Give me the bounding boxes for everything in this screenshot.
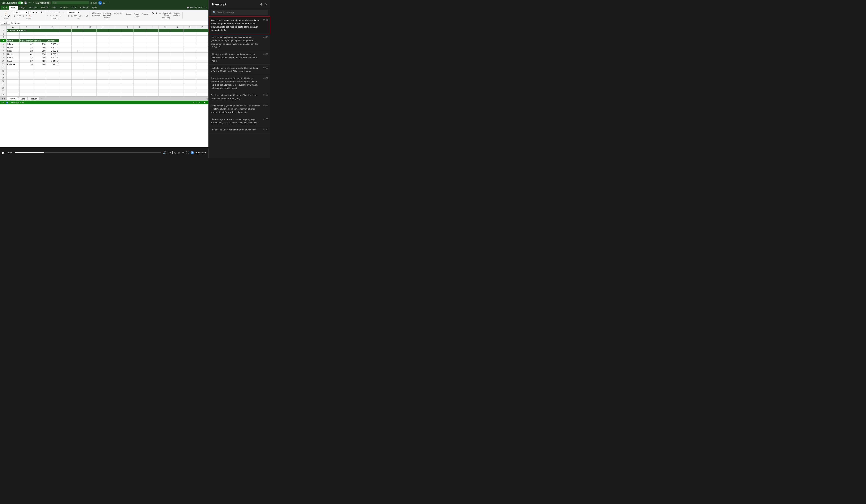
cell-1n[interactable]: [171, 29, 184, 32]
zoom-slider[interactable]: —●—: [202, 102, 207, 104]
cell-10b[interactable]: 32: [19, 59, 33, 63]
cell-6i[interactable]: [109, 46, 121, 49]
cell-8n[interactable]: [171, 53, 184, 56]
title-cell[interactable]: Lönelista Januari: [7, 29, 59, 32]
cell-7j[interactable]: [121, 49, 134, 53]
cell-3h[interactable]: [96, 36, 109, 39]
cell-9e[interactable]: [59, 56, 71, 59]
tab-sidlayout[interactable]: Sidlayout: [27, 5, 39, 10]
cell-9o[interactable]: [184, 56, 196, 59]
cell-11p[interactable]: [196, 63, 208, 66]
cell-10a[interactable]: Samir: [7, 59, 19, 63]
cell-10p[interactable]: [196, 59, 208, 63]
captions-btn[interactable]: CC: [168, 151, 173, 154]
cell-11m[interactable]: [158, 63, 171, 66]
cell-1h[interactable]: [96, 29, 109, 32]
format-cell-btn[interactable]: Format▾: [141, 13, 149, 15]
delete-btn[interactable]: Ta bort▾: [133, 13, 141, 15]
transcript-search-input[interactable]: [217, 11, 266, 14]
cell-1k[interactable]: [134, 29, 146, 32]
transcript-item[interactable]: Låt oss säga att vi inte vill ha stödlin…: [209, 116, 270, 126]
number-format-selector[interactable]: Allmänt: [67, 11, 80, 14]
cell-1o[interactable]: [184, 29, 196, 32]
cell-8c[interactable]: 190: [33, 53, 46, 56]
cell-5o[interactable]: [184, 42, 196, 46]
cell-10g[interactable]: [84, 59, 96, 63]
header-naam[interactable]: Namn: [7, 39, 19, 42]
cell-8b[interactable]: 41: [19, 53, 33, 56]
cell-5f[interactable]: [71, 42, 84, 46]
cell-10m[interactable]: [158, 59, 171, 63]
cell-6a[interactable]: Louise: [7, 46, 19, 49]
cell-9n[interactable]: [171, 56, 184, 59]
cell-2o[interactable]: [184, 32, 196, 36]
cell-6n[interactable]: [171, 46, 184, 49]
cell-reference[interactable]: [1, 22, 10, 25]
play-button[interactable]: ▶: [2, 150, 5, 155]
cell-11k[interactable]: [134, 63, 146, 66]
merge-btn[interactable]: ⊡: [59, 14, 62, 17]
thousands-btn[interactable]: 000: [74, 14, 78, 17]
cell-2g[interactable]: [84, 32, 96, 36]
cell-10n[interactable]: [171, 59, 184, 63]
cell-7p[interactable]: [196, 49, 208, 53]
di-btn[interactable]: Di: [203, 5, 208, 10]
cell-5i[interactable]: [109, 42, 121, 46]
share-icon[interactable]: ⊡: [103, 1, 105, 4]
underline-btn[interactable]: U: [19, 14, 21, 17]
cell-8g[interactable]: [84, 53, 96, 56]
cell-7k[interactable]: [134, 49, 146, 53]
cell-3c[interactable]: [33, 36, 46, 39]
cell-11d[interactable]: 8 640 kr: [46, 63, 59, 66]
cell-3f[interactable]: [71, 36, 84, 39]
cell-2e[interactable]: [59, 32, 71, 36]
cell-3j[interactable]: [121, 36, 134, 39]
cell-4i[interactable]: [109, 39, 121, 42]
cell-10e[interactable]: [59, 59, 71, 63]
align-right-btn[interactable]: ≡: [52, 14, 55, 17]
cell-2n[interactable]: [171, 32, 184, 36]
cell-1f[interactable]: [71, 29, 84, 32]
share-btn[interactable]: ⎋: [175, 151, 176, 154]
cell-11n[interactable]: [171, 63, 184, 66]
cell-9a[interactable]: Petter: [7, 56, 19, 59]
align-center-btn[interactable]: ≡: [49, 14, 52, 17]
cell-9c[interactable]: 200: [33, 56, 46, 59]
excel-search-input[interactable]: [52, 1, 89, 4]
transcript-item[interactable]: Excel kommer då med förslag på hjälp ino…: [209, 75, 270, 92]
font-size-selector[interactable]: 11: [29, 11, 35, 14]
border-btn[interactable]: ⊞: [22, 14, 25, 17]
cell-9d[interactable]: 7 600 kr: [46, 56, 59, 59]
transcript-item[interactable]: I sökfältet kan vi skriva in nyckelord f…: [209, 65, 270, 75]
header-timlon[interactable]: Timlön: [33, 39, 46, 42]
cell-11i[interactable]: [109, 63, 121, 66]
cell-1l[interactable]: [146, 29, 158, 32]
page-break-icon[interactable]: ⊟: [199, 102, 201, 103]
align-left-btn[interactable]: ≡: [46, 14, 49, 17]
cell-10f[interactable]: [71, 59, 84, 63]
cell-7m[interactable]: [158, 49, 171, 53]
cell-7i[interactable]: [109, 49, 121, 53]
cell-11l[interactable]: [146, 63, 158, 66]
cell-7f[interactable]: ✛: [71, 49, 84, 53]
cell-2j[interactable]: [121, 32, 134, 36]
sheet-tab-januari[interactable]: Januari: [7, 97, 18, 100]
cell-9l[interactable]: [146, 56, 158, 59]
save-icon[interactable]: 💾: [24, 1, 27, 4]
bold-btn[interactable]: B: [13, 14, 16, 17]
cell-4e[interactable]: [59, 39, 71, 42]
font-grow-btn[interactable]: A↑: [35, 11, 40, 14]
transcript-item[interactable]: Även om vi kommer lära dig att bemästra …: [209, 16, 270, 34]
cell-2f[interactable]: [71, 32, 84, 36]
text-direction-btn[interactable]: ↕A: [57, 11, 61, 14]
cell-4p[interactable]: [196, 39, 208, 42]
percent-btn[interactable]: %: [70, 14, 74, 17]
cell-2l[interactable]: [146, 32, 158, 36]
sort-filter-btn[interactable]: Sortera ochfiltrera▾: [162, 12, 172, 16]
cell-9h[interactable]: [96, 56, 109, 59]
cell-3o[interactable]: [184, 36, 196, 39]
cell-3g[interactable]: [84, 36, 96, 39]
cell-5e[interactable]: [59, 42, 71, 46]
cell-6l[interactable]: [146, 46, 158, 49]
cell-6h[interactable]: [96, 46, 109, 49]
